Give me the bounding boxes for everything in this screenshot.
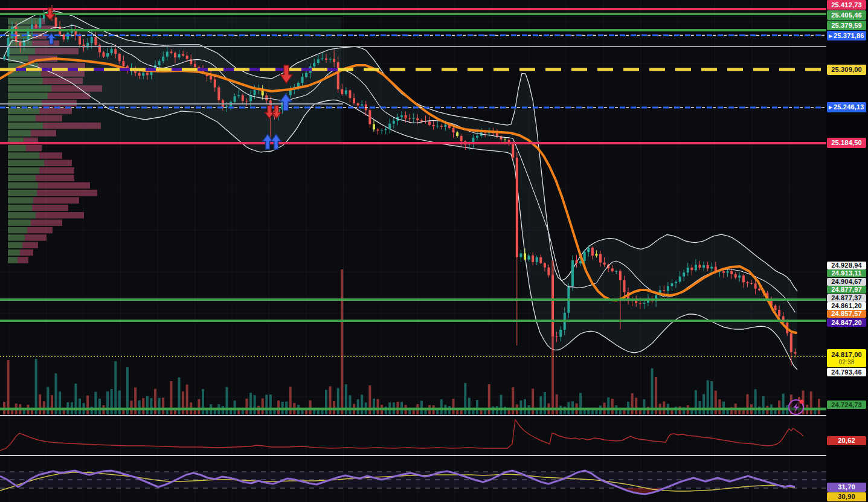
candle-body bbox=[758, 289, 760, 291]
volume-bar bbox=[194, 410, 196, 414]
candle-body bbox=[357, 103, 359, 106]
candle-body bbox=[556, 336, 558, 337]
candle-body bbox=[635, 301, 637, 303]
notification-dot-icon bbox=[800, 400, 804, 404]
candle-body bbox=[3, 56, 5, 59]
price-axis[interactable]: 25.412,7325.405,4625.379,59▶25.371,8625.… bbox=[826, 0, 868, 502]
volume-bar bbox=[607, 397, 609, 414]
candle-body bbox=[436, 126, 439, 126]
volume-bar bbox=[317, 410, 320, 414]
profile-buy-bar bbox=[8, 130, 31, 137]
quick-trade-button[interactable] bbox=[789, 400, 804, 415]
volume-bar bbox=[715, 391, 717, 414]
volume-bar bbox=[519, 401, 522, 414]
candle-body bbox=[122, 61, 124, 66]
candle-body bbox=[683, 272, 685, 276]
price-label-text: 25.309,00 bbox=[831, 66, 862, 73]
volume-bar bbox=[150, 398, 152, 414]
volume-bar bbox=[269, 394, 272, 414]
current-price-label[interactable]: 24.817,0002:38 bbox=[827, 349, 866, 367]
volume-bar bbox=[579, 393, 582, 414]
volume-bar bbox=[357, 399, 359, 414]
profile-sell-bar bbox=[27, 227, 53, 234]
candle-body bbox=[571, 260, 574, 286]
candle-body bbox=[547, 268, 550, 275]
profile-buy-bar bbox=[8, 152, 39, 158]
volume-bar bbox=[742, 410, 745, 414]
price-label-text: 24.861,20 bbox=[831, 303, 862, 309]
chart-pane[interactable] bbox=[0, 0, 868, 502]
candle-body bbox=[170, 52, 172, 53]
candle-body bbox=[603, 263, 606, 265]
candle-body bbox=[114, 49, 117, 54]
volume-bar bbox=[544, 392, 546, 414]
profile-buy-bar bbox=[8, 93, 48, 100]
volume-bar bbox=[313, 410, 315, 414]
candle-body bbox=[91, 37, 93, 43]
price-axis-label: 24.904,67 bbox=[827, 278, 866, 286]
profile-buy-bar bbox=[8, 115, 36, 122]
candle-body bbox=[94, 37, 97, 45]
volume-bar bbox=[492, 407, 494, 414]
volume-bar bbox=[277, 401, 280, 414]
price-label-text: 24.928,94 bbox=[831, 262, 862, 269]
price-axis-label: 24.928,94 bbox=[827, 262, 866, 269]
candle-body bbox=[385, 129, 387, 130]
profile-sell-bar bbox=[22, 242, 38, 249]
candle-body bbox=[679, 277, 681, 282]
candle-body bbox=[695, 265, 697, 270]
volume-bar bbox=[551, 260, 554, 414]
profile-buy-bar bbox=[8, 205, 32, 211]
candle-body bbox=[735, 274, 737, 278]
profile-buy-bar bbox=[8, 160, 44, 167]
profile-buy-bar bbox=[8, 219, 31, 226]
profile-buy-bar bbox=[8, 182, 38, 189]
profile-sell-bar bbox=[26, 145, 42, 152]
profile-sell-bar bbox=[43, 123, 101, 129]
price-label-text: 25.184,50 bbox=[831, 140, 862, 146]
volume-bar bbox=[130, 401, 133, 414]
candle-body bbox=[707, 265, 709, 269]
candle-body bbox=[516, 158, 518, 257]
volume-bar bbox=[158, 398, 161, 414]
volume-bar bbox=[754, 389, 757, 414]
profile-sell-bar bbox=[31, 130, 56, 137]
volume-bar bbox=[762, 396, 765, 414]
profile-buy-bar bbox=[8, 212, 36, 219]
price-axis-label: 24.913,11 bbox=[827, 269, 866, 277]
profile-buy-bar bbox=[8, 242, 22, 249]
candle-body bbox=[23, 40, 25, 47]
volume-bar bbox=[420, 401, 423, 414]
candle-body bbox=[301, 77, 304, 83]
price-label-text: 25.412,73 bbox=[831, 2, 862, 8]
price-axis-label: 25.405,46 bbox=[827, 10, 866, 20]
alert-price-label[interactable]: ▶25.371,86 bbox=[827, 31, 866, 40]
volume-bar bbox=[337, 388, 339, 414]
volume-bar bbox=[138, 401, 141, 414]
volume-bar bbox=[476, 400, 478, 414]
pane-separator[interactable] bbox=[0, 455, 868, 456]
volume-bar bbox=[631, 393, 634, 414]
volume-bar bbox=[532, 388, 534, 414]
volume-bar bbox=[651, 368, 654, 414]
price-label-text: 25.379,59 bbox=[831, 22, 862, 29]
volume-bar bbox=[635, 397, 637, 414]
volume-bar bbox=[162, 397, 164, 414]
candle-body bbox=[559, 330, 562, 337]
volume-bar bbox=[818, 399, 820, 414]
candle-body bbox=[333, 59, 335, 62]
candle-body bbox=[368, 110, 371, 124]
candle-body bbox=[539, 257, 542, 263]
volume-bar bbox=[718, 399, 721, 414]
pane-separator[interactable] bbox=[0, 415, 868, 416]
candle-body bbox=[408, 118, 411, 119]
candle-body bbox=[103, 53, 105, 57]
profile-sell-bar bbox=[48, 93, 90, 100]
candle-body bbox=[349, 91, 351, 98]
volume-bar bbox=[452, 399, 455, 414]
volume-bar bbox=[611, 399, 614, 414]
alert-price-label[interactable]: ▶25.246,13 bbox=[827, 102, 866, 112]
alert-arrow-icon: ▶ bbox=[829, 105, 832, 109]
price-label-text: 24.904,67 bbox=[831, 278, 862, 285]
volume-bar bbox=[341, 269, 343, 414]
